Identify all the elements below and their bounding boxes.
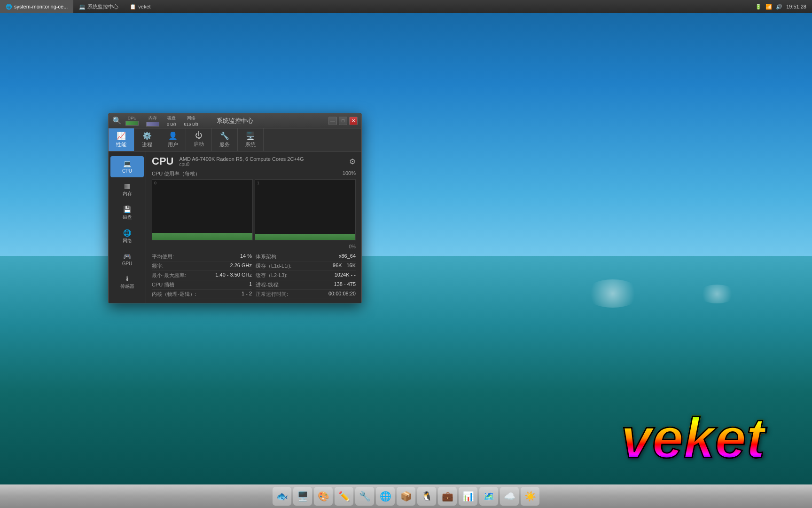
stat-cache-l1: 缓存（L1d-L1i): 96K - 16K bbox=[256, 262, 356, 271]
sidebar: 💻 CPU ▦ 内存 💾 磁盘 🌐 网络 🎮 GPU bbox=[109, 151, 146, 303]
stat-cores-label: 内核（物理-逻辑）: bbox=[152, 291, 196, 298]
taskbar-icon-8[interactable]: 🐧 bbox=[417, 487, 436, 506]
stat-cores-value: 1 - 2 bbox=[242, 291, 252, 298]
cpu-core-0-graph: 0 bbox=[152, 179, 253, 240]
topbar-tab-syscenter[interactable]: 💻 系统监控中心 bbox=[73, 0, 124, 13]
taskbar-icon-3[interactable]: 🎨 bbox=[314, 487, 333, 506]
sidebar-item-gpu[interactable]: 🎮 GPU bbox=[110, 249, 144, 270]
core-0-bar bbox=[152, 233, 252, 240]
taskbar-icon-4[interactable]: ✏️ bbox=[335, 487, 353, 506]
stat-socket-value: 1 bbox=[249, 281, 252, 288]
sidebar-item-memory[interactable]: ▦ 内存 bbox=[110, 178, 144, 201]
stat-uptime-value: 00:00:08:20 bbox=[328, 291, 356, 298]
topbar-tab-sysmonitor[interactable]: 🌐 system-monitoring-ce... bbox=[0, 0, 73, 13]
cpu-header-left: CPU AMD A6-7400K Radeon R5, 6 Compute Co… bbox=[152, 155, 304, 167]
taskbar-icon-11[interactable]: 🗺️ bbox=[479, 487, 498, 506]
close-button[interactable]: ✕ bbox=[349, 117, 358, 125]
tab-startup-icon: ⏻ bbox=[195, 131, 203, 140]
stat-socket: CPU 插槽 1 bbox=[152, 280, 252, 290]
cpu-core-1-graph: 1 bbox=[255, 179, 356, 240]
window-title: 系统监控中心 bbox=[217, 117, 253, 125]
sidebar-item-cpu[interactable]: 💻 CPU bbox=[110, 156, 144, 177]
core-1-label: 1 bbox=[257, 181, 259, 185]
cpu-usage-bar bbox=[125, 121, 139, 126]
stat-uptime: 正常运行时间: 00:00:08:20 bbox=[256, 290, 356, 299]
taskbar-icon-5[interactable]: 🔧 bbox=[355, 487, 374, 506]
main-tabs: 📈 性能 ⚙️ 进程 👤 用户 ⏻ 启动 🔧 服务 🖥️ 系统 bbox=[109, 128, 361, 151]
zero-percent-label: 0% bbox=[152, 244, 356, 249]
tab-label-1: system-monitoring-ce... bbox=[14, 4, 68, 9]
taskbar-icon-13[interactable]: ☀️ bbox=[521, 487, 539, 506]
tab-icon-3: 📋 bbox=[130, 4, 136, 10]
tab-startup[interactable]: ⏻ 启动 bbox=[186, 128, 212, 151]
net-sidebar-icon: 🌐 bbox=[123, 229, 131, 237]
taskbar-icon-9[interactable]: 💼 bbox=[438, 487, 457, 506]
window-content: 💻 CPU ▦ 内存 💾 磁盘 🌐 网络 🎮 GPU bbox=[109, 151, 361, 303]
minimize-button[interactable]: — bbox=[328, 117, 337, 125]
maximize-button[interactable]: □ bbox=[339, 117, 347, 125]
stats-right: 体系架构: x86_64 缓存（L1d-L1i): 96K - 16K 缓存（L… bbox=[256, 252, 356, 299]
stat-freq-label: 频率: bbox=[152, 262, 164, 270]
mem-sidebar-icon: ▦ bbox=[124, 182, 130, 190]
battery-icon: 🔋 bbox=[755, 4, 762, 10]
core-0-label: 0 bbox=[154, 181, 156, 185]
sidebar-item-disk[interactable]: 💾 磁盘 bbox=[110, 202, 144, 224]
cpu-model-info: AMD A6-7400K Radeon R5, 6 Compute Cores … bbox=[179, 156, 304, 167]
toolbar-net-value: 816 B/s bbox=[184, 122, 199, 127]
tab-startup-label: 启动 bbox=[194, 141, 204, 148]
taskbar: 🐟 🖥️ 🎨 ✏️ 🔧 🌐 📦 🐧 💼 📊 🗺️ ☁️ ☀️ bbox=[0, 484, 812, 508]
topbar-tab-veket[interactable]: 📋 veket bbox=[124, 0, 156, 13]
titlebar-left: 🔍 CPU 内存 磁盘 0 B/s 网络 bbox=[112, 115, 198, 127]
stat-cache-l2l3: 缓存（L2-L3): 1024K - - bbox=[256, 271, 356, 280]
monitor-window: 🔍 CPU 内存 磁盘 0 B/s 网络 bbox=[108, 113, 362, 303]
tab-performance-label: 性能 bbox=[116, 141, 126, 148]
sidebar-item-network[interactable]: 🌐 网络 bbox=[110, 225, 144, 248]
tab-users-label: 用户 bbox=[168, 141, 178, 148]
stat-avg-value: 14 % bbox=[240, 253, 252, 260]
stat-cache-l1-label: 缓存（L1d-L1i): bbox=[256, 262, 291, 270]
tab-services[interactable]: 🔧 服务 bbox=[212, 128, 238, 151]
tab-users[interactable]: 👤 用户 bbox=[160, 128, 186, 151]
stat-cores: 内核（物理-逻辑）: 1 - 2 bbox=[152, 290, 252, 299]
toolbar-net: 网络 816 B/s bbox=[184, 115, 199, 127]
tab-performance[interactable]: 📈 性能 bbox=[109, 128, 134, 151]
topbar: 🌐 system-monitoring-ce... 💻 系统监控中心 📋 vek… bbox=[0, 0, 812, 13]
cpu-panel: CPU AMD A6-7400K Radeon R5, 6 Compute Co… bbox=[146, 151, 361, 303]
stat-arch-value: x86_64 bbox=[339, 253, 356, 260]
stat-freq-value: 2.26 GHz bbox=[230, 262, 252, 270]
stat-uptime-label: 正常运行时间: bbox=[256, 291, 288, 298]
stat-cache-l2l3-label: 缓存（L2-L3): bbox=[256, 272, 288, 279]
sidebar-sensors-label: 传感器 bbox=[120, 283, 134, 290]
taskbar-icon-6[interactable]: 🌐 bbox=[376, 487, 395, 506]
topbar-tabs: 🌐 system-monitoring-ce... 💻 系统监控中心 📋 vek… bbox=[0, 0, 755, 13]
tab-processes[interactable]: ⚙️ 进程 bbox=[134, 128, 160, 151]
cpu-settings-button[interactable]: ⚙ bbox=[349, 157, 356, 166]
usage-label-bar: CPU 使用率（每核） 100% bbox=[152, 170, 356, 177]
taskbar-icon-1[interactable]: 🐟 bbox=[273, 487, 291, 506]
cpu-graphs: 0 1 bbox=[152, 179, 356, 240]
tab-icon-1: 🌐 bbox=[6, 4, 12, 10]
tab-processes-label: 进程 bbox=[142, 141, 152, 148]
stats-left: 平均使用: 14 % 频率: 2.26 GHz 最小-最大频率: 1.40 - … bbox=[152, 252, 252, 299]
toolbar-disk-label: 磁盘 bbox=[167, 115, 176, 121]
tab-services-icon: 🔧 bbox=[220, 131, 229, 140]
stat-minmax-freq: 最小-最大频率: 1.40 - 3.50 GHz bbox=[152, 271, 252, 280]
network-icon: 📶 bbox=[765, 4, 772, 10]
stat-freq: 频率: 2.26 GHz bbox=[152, 262, 252, 271]
core-1-bar bbox=[255, 234, 355, 240]
sidebar-item-sensors[interactable]: 🌡 传感器 bbox=[110, 271, 144, 294]
toolbar-mem: 内存 bbox=[146, 115, 159, 127]
taskbar-icon-2[interactable]: 🖥️ bbox=[293, 487, 312, 506]
toolbar-cpu: CPU bbox=[125, 116, 139, 126]
taskbar-icon-7[interactable]: 📦 bbox=[397, 487, 415, 506]
window-titlebar: 🔍 CPU 内存 磁盘 0 B/s 网络 bbox=[109, 113, 361, 128]
toolbar-items: CPU 内存 磁盘 0 B/s 网络 816 B/s bbox=[125, 115, 198, 127]
taskbar-icon-10[interactable]: 📊 bbox=[459, 487, 477, 506]
toolbar-disk: 磁盘 0 B/s bbox=[167, 115, 177, 127]
taskbar-icon-12[interactable]: ☁️ bbox=[500, 487, 519, 506]
cpu-stats-grid: 平均使用: 14 % 频率: 2.26 GHz 最小-最大频率: 1.40 - … bbox=[152, 252, 356, 299]
tab-system-label: 系统 bbox=[245, 141, 256, 148]
tab-system[interactable]: 🖥️ 系统 bbox=[238, 128, 264, 151]
topbar-right: 🔋 📶 🔊 19:51:28 bbox=[755, 4, 812, 10]
app-logo: 🔍 bbox=[112, 116, 122, 125]
